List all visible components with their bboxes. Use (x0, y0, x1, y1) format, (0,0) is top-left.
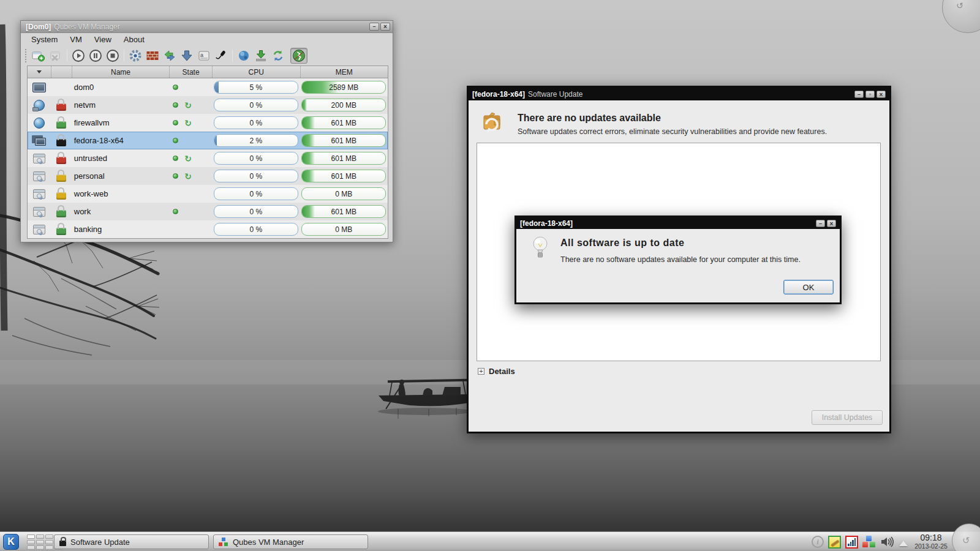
menu-vm[interactable]: VM (64, 34, 88, 45)
software-update-title: Software Update (528, 90, 582, 99)
expand-plus-icon[interactable] (478, 368, 484, 375)
name-column-header[interactable]: Name (72, 66, 169, 78)
close-button[interactable] (380, 23, 390, 31)
vm-lock-icon (56, 139, 66, 146)
network-icon[interactable] (235, 48, 252, 64)
mem-column-header[interactable]: MEM (300, 66, 388, 78)
vm-name: fedora-18-x64 (74, 136, 124, 145)
minimize-button[interactable] (816, 220, 825, 227)
vm-type-icon (33, 207, 45, 217)
toolbar-drag-handle[interactable] (25, 49, 28, 62)
task-qubes-vm-manager[interactable]: Qubes VM Manager (213, 534, 368, 549)
volume-icon[interactable] (880, 536, 895, 548)
vm-lock-icon (56, 192, 66, 200)
state-column-header[interactable]: State (169, 66, 212, 78)
vm-mem-value: 601 MB (302, 135, 385, 146)
ok-button[interactable]: OK (783, 280, 834, 294)
update-heading: There are no updates available (518, 113, 827, 124)
task-software-update[interactable]: Software Update (54, 534, 209, 549)
vm-table-row[interactable]: work 0 % 601 MB (28, 203, 388, 220)
refresh-icon[interactable] (270, 48, 287, 64)
pause-vm-icon[interactable] (87, 48, 104, 64)
sort-descending-icon (37, 70, 42, 73)
download-updates-icon[interactable] (252, 48, 270, 64)
vm-table-row[interactable]: personal 0 % 601 MB (28, 167, 388, 185)
vm-cpu-bar: 5 % (214, 81, 298, 94)
vm-mem-value: 601 MB (302, 152, 385, 164)
update-subheading: Software updates correct errors, elimina… (518, 127, 827, 136)
create-vm-icon[interactable] (30, 48, 47, 64)
vm-table-row[interactable]: firewallvm 0 % 601 MB (28, 114, 388, 132)
shutdown-vm-icon[interactable] (104, 48, 121, 64)
menu-about[interactable]: About (118, 34, 150, 45)
vm-mem-value: 0 MB (302, 188, 385, 200)
notes-icon[interactable] (828, 536, 841, 549)
close-button[interactable] (876, 91, 886, 98)
close-button[interactable] (827, 220, 836, 227)
vm-name: work-web (74, 189, 108, 198)
menu-view[interactable]: View (89, 34, 117, 45)
vm-cpu-bar: 0 % (214, 170, 298, 182)
show-inactive-vms-icon[interactable] (290, 48, 307, 64)
software-update-titlebar[interactable]: [fedora-18-x64] Software Update (469, 88, 889, 100)
update-vm-icon[interactable] (178, 48, 195, 64)
vm-mem-value: 2589 MB (302, 81, 385, 93)
dialog-titlebar[interactable]: [fedora-18-x64] (516, 217, 840, 229)
expand-tray-icon[interactable] (899, 541, 908, 546)
minimize-button[interactable] (369, 23, 379, 31)
vm-manager-titlebar[interactable]: [Dom0] Qubes VM Manager (21, 21, 393, 33)
vm-cpu-bar: 0 % (214, 99, 298, 111)
vm-name: untrusted (74, 154, 107, 163)
vm-table-row[interactable]: dom0 5 % 2589 MB (28, 78, 388, 96)
qubes-icon[interactable] (862, 536, 876, 549)
vm-cpu-bar: 0 % (214, 223, 298, 236)
vm-mem-value: 200 MB (302, 99, 385, 111)
details-expander[interactable]: Details (478, 367, 515, 376)
clock-date: 2013-02-25 (909, 542, 953, 550)
vm-cpu-value: 5 % (214, 81, 298, 93)
vm-mem-bar: 2589 MB (301, 81, 386, 94)
label-column-header[interactable] (51, 66, 72, 78)
system-tray (812, 534, 908, 550)
vm-table-row[interactable]: banking 0 % 0 MB (28, 220, 388, 238)
vm-cpu-bar: 0 % (214, 187, 298, 200)
vm-state-running-icon (173, 120, 178, 126)
start-vm-icon[interactable] (70, 48, 87, 64)
vm-table-row[interactable]: netvm 0 % 200 MB (28, 96, 388, 114)
info-icon[interactable] (812, 536, 824, 548)
minimize-button[interactable] (854, 91, 864, 98)
taskbar: Software Update Qubes VM Manager 09:18 2… (0, 531, 980, 551)
vm-lock-icon (56, 228, 66, 235)
vm-state-updating-icon (184, 172, 192, 181)
cpu-column-header[interactable]: CPU (212, 66, 300, 78)
sort-column-header[interactable] (28, 66, 51, 78)
vm-state-running-icon (173, 84, 178, 90)
vm-manager-title-domain: [Dom0] (26, 23, 51, 31)
vm-lock-icon (56, 210, 66, 217)
install-updates-button[interactable]: Install Updates (812, 410, 883, 425)
vm-table-row[interactable]: untrusted 0 % 601 MB (28, 149, 388, 167)
vm-table-row[interactable]: fedora-18-x64 2 % 601 MB (28, 132, 388, 149)
vm-cpu-value: 0 % (214, 99, 298, 111)
kde-launcher-button[interactable] (3, 534, 19, 550)
remove-vm-icon[interactable] (47, 48, 64, 64)
vm-table-row[interactable]: work-web 0 % 0 MB (28, 185, 388, 203)
network-monitor-icon[interactable] (845, 536, 858, 549)
vm-name: personal (74, 171, 105, 181)
padlock-icon (59, 541, 66, 546)
vm-name: work (74, 207, 91, 216)
restore-vm-icon[interactable] (161, 48, 178, 64)
vm-state-updating-icon (184, 154, 192, 163)
attach-mic-icon[interactable] (213, 48, 230, 64)
firewall-icon[interactable] (144, 48, 161, 64)
vm-lock-icon (56, 121, 66, 129)
vm-mem-value: 0 MB (302, 223, 385, 235)
clock[interactable]: 09:18 2013-02-25 (909, 533, 953, 550)
menu-system[interactable]: System (26, 34, 63, 45)
keyboard-icon[interactable] (195, 48, 213, 64)
vm-mem-bar: 601 MB (301, 170, 386, 182)
maximize-button[interactable] (865, 91, 875, 98)
vm-mem-bar: 0 MB (301, 187, 386, 200)
vm-manager-title: Qubes VM Manager (54, 23, 119, 31)
vm-settings-icon[interactable] (127, 48, 144, 64)
